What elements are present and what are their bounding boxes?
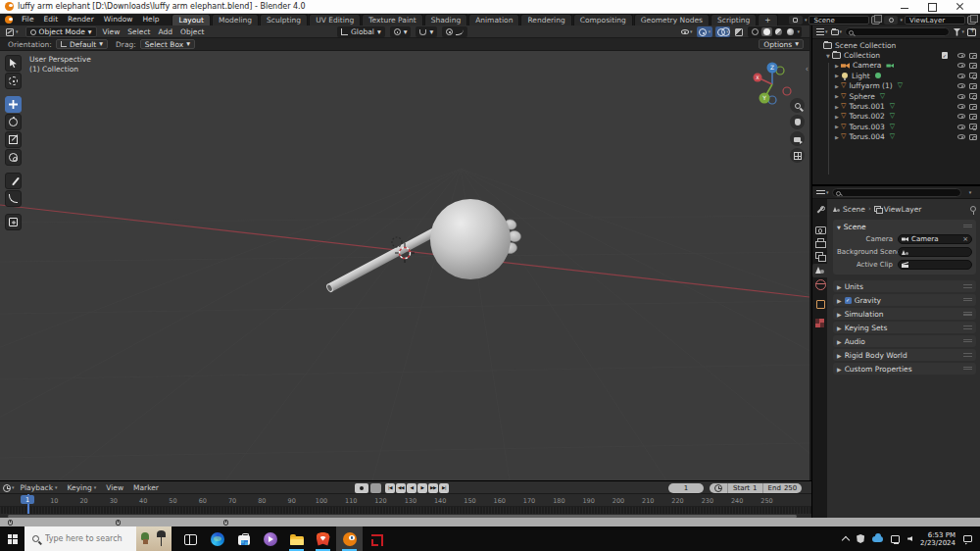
timeline-editor-button[interactable]: ▾ (3, 484, 15, 492)
properties-tab-object[interactable] (812, 297, 827, 311)
hide-in-viewport-toggle[interactable] (957, 104, 965, 109)
workspace-tab-shading[interactable]: Shading (424, 14, 467, 25)
hide-in-viewport-toggle[interactable] (957, 63, 965, 68)
tool-move[interactable] (5, 96, 22, 113)
editor-type-button[interactable]: ▾ (3, 26, 22, 37)
mode-dropdown[interactable]: Object Mode ▾ (25, 26, 97, 37)
hide-in-viewport-toggle[interactable] (957, 94, 965, 99)
start-button[interactable] (0, 526, 24, 551)
gravity-checkbox[interactable]: ✓ (845, 297, 852, 304)
tool-measure[interactable] (5, 190, 22, 207)
properties-tab-world[interactable] (812, 277, 827, 291)
properties-tab-output[interactable] (812, 236, 827, 250)
tool-transform[interactable] (5, 149, 22, 166)
taskbar-clock[interactable]: 6:53 PM 2/23/2024 (920, 531, 956, 547)
hide-in-viewport-toggle[interactable] (957, 134, 965, 139)
3d-viewport[interactable]: User Perspective (1) Collection X Y Z ‹ (0, 51, 809, 480)
outliner-row-camera[interactable]: ▶Camera (812, 61, 980, 71)
timeline-menu-marker[interactable]: Marker (129, 483, 163, 492)
expand-arrow-icon[interactable]: ▶ (833, 114, 841, 120)
properties-search-input[interactable] (832, 188, 961, 197)
section-keying-sets[interactable]: ▶Keying Sets (833, 322, 976, 333)
breadcrumb-scene[interactable]: Scene (843, 205, 865, 214)
play-button[interactable]: ▶ (417, 483, 427, 493)
drag-handle-icon[interactable] (963, 298, 972, 303)
workspace-tab-rendering[interactable]: Rendering (520, 14, 571, 25)
camera-field[interactable]: Camera × (898, 234, 972, 244)
workspace-tab-uv-editing[interactable]: UV Editing (309, 14, 361, 25)
disable-in-renders-toggle[interactable] (969, 73, 977, 78)
expand-arrow-icon[interactable]: ▶ (833, 83, 841, 89)
use-preview-range-button[interactable] (710, 483, 728, 493)
orientation-dropdown[interactable]: Default ▾ (56, 39, 108, 49)
timeline-channels[interactable] (0, 507, 811, 514)
keying-options-button[interactable] (370, 483, 381, 493)
tool-rotate[interactable] (5, 114, 22, 130)
section-units[interactable]: ▶Units (833, 280, 976, 292)
outliner-editor-button[interactable]: ▾ (816, 28, 828, 35)
taskbar-app-amd[interactable] (363, 526, 389, 551)
hide-in-viewport-toggle[interactable] (957, 114, 965, 119)
options-dropdown[interactable]: Options ▾ (759, 39, 804, 49)
section-rigid-body-world[interactable]: ▶Rigid Body World (833, 349, 976, 361)
taskbar-search[interactable] (24, 526, 172, 551)
timeline-menu-keying[interactable]: Keying▾ (64, 483, 101, 492)
taskbar-app-blender[interactable] (336, 526, 363, 551)
blender-menu-icon[interactable] (5, 16, 13, 24)
viewport-menu-add[interactable]: Add (154, 27, 176, 36)
properties-options-button[interactable]: ▾ (964, 190, 976, 195)
disable-in-renders-toggle[interactable] (969, 104, 977, 110)
viewport-menu-view[interactable]: View (99, 27, 124, 36)
new-view-layer-icon[interactable] (967, 16, 976, 25)
view-layer-name-field[interactable]: ViewLayer (905, 16, 965, 25)
outliner-row-luffyarm-1[interactable]: ▶▽luffyarm (1)▽ (812, 81, 980, 91)
expand-arrow-icon[interactable]: ▶ (833, 73, 841, 78)
prev-keyframe-button[interactable]: ◀◀ (396, 483, 406, 493)
menu-window[interactable]: Window (99, 14, 138, 25)
workspace-tab-compositing[interactable]: Compositing (573, 14, 633, 25)
pan-button[interactable] (790, 115, 805, 129)
tray-expand-icon[interactable] (842, 536, 850, 544)
volume-icon[interactable] (907, 536, 912, 541)
snapping-controls[interactable]: ▾ (416, 26, 437, 37)
outliner-row-collection[interactable]: ▼Collection✓ (812, 50, 980, 60)
show-gizmos-toggle[interactable]: ▾ (697, 26, 712, 37)
new-collection-button[interactable] (967, 28, 976, 36)
onedrive-icon[interactable] (872, 536, 883, 542)
timeline-ruler[interactable]: 1020304050607080901001101201301401501601… (0, 494, 811, 507)
taskbar-app-media-player[interactable] (257, 526, 283, 551)
show-overlays-toggle[interactable]: ▾ (715, 26, 731, 37)
view-object-types-dropdown[interactable]: ▾ (679, 26, 695, 37)
tool-select-box[interactable] (5, 55, 22, 72)
tool-scale[interactable] (5, 131, 22, 148)
end-frame-field[interactable]: End 250 (763, 483, 803, 493)
play-reverse-button[interactable]: ◀ (407, 483, 416, 493)
drag-handle-icon[interactable] (963, 284, 972, 289)
network-icon[interactable] (891, 535, 900, 543)
drag-handle-icon[interactable] (963, 353, 972, 358)
properties-tab-render[interactable] (812, 223, 827, 236)
outliner-row-light[interactable]: ▶Light (812, 71, 980, 80)
expand-arrow-icon[interactable]: ▶ (833, 104, 841, 110)
disable-in-renders-toggle[interactable] (969, 134, 977, 140)
drag-handle-icon[interactable] (963, 326, 972, 330)
tool-add-cube[interactable] (5, 214, 22, 230)
collapse-arrow-icon[interactable]: ▼ (824, 53, 832, 59)
properties-tab-texture[interactable] (812, 317, 827, 330)
toggle-xray-button[interactable] (733, 26, 745, 37)
viewport-menu-select[interactable]: Select (123, 27, 154, 36)
transform-orientation-dropdown[interactable]: Global ▾ (337, 26, 385, 37)
active-clip-field[interactable] (898, 260, 972, 270)
expand-arrow-icon[interactable]: ▶ (833, 93, 841, 99)
filter-button[interactable]: ▾ (953, 28, 964, 36)
scene-panel-header[interactable]: ▼ Scene (837, 223, 972, 231)
maximize-button[interactable] (927, 2, 939, 12)
zoom-button[interactable] (790, 98, 805, 113)
scene-selector[interactable]: ▾ Scene (789, 16, 881, 25)
outliner-row-scene-collection[interactable]: Scene Collection (812, 40, 980, 50)
outliner-row-torus-004[interactable]: ▶▽Torus.004▽ (812, 132, 980, 142)
hide-in-viewport-toggle[interactable] (957, 83, 965, 88)
auto-keying-record-button[interactable] (355, 483, 368, 493)
expand-arrow-icon[interactable]: ▶ (833, 63, 841, 69)
outliner-row-torus-003[interactable]: ▶▽Torus.003▽ (812, 122, 980, 131)
